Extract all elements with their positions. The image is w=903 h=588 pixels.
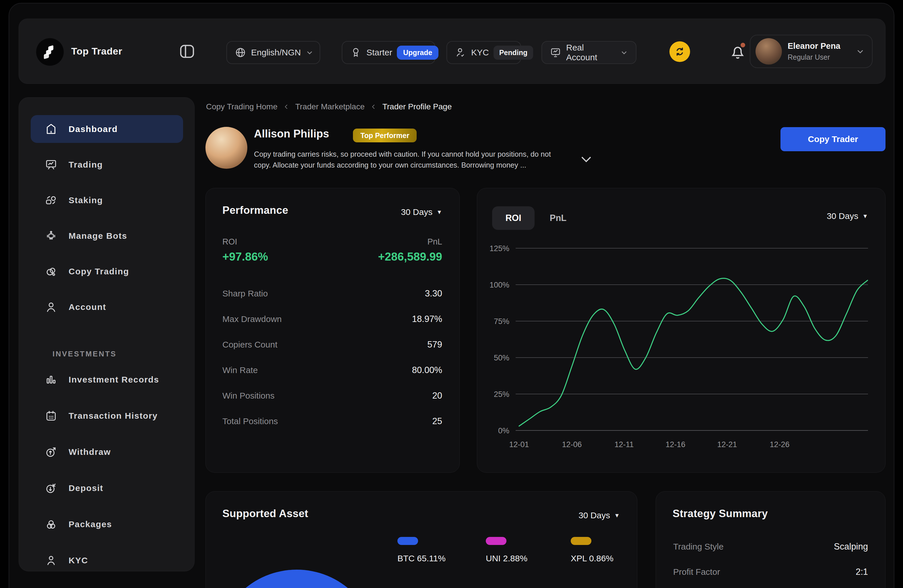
sidebar-item-label: Account (69, 302, 106, 312)
sidebar-item-label: Transaction History (69, 411, 157, 421)
supported-asset-card: Supported Asset 30 Days▼ BTC 65.11%UNI 2… (205, 491, 637, 588)
svg-text:100%: 100% (489, 281, 509, 289)
trader-disclaimer: Copy trading carries risks, so proceed w… (254, 149, 567, 170)
legend-item-uni: UNI 2.88% (486, 537, 527, 563)
breadcrumb-item[interactable]: Copy Trading Home (206, 102, 277, 112)
notifications-bell[interactable] (729, 42, 747, 61)
sidebar-item-packages[interactable]: Packages (31, 510, 183, 538)
kyc-pill[interactable]: KYC Pending (447, 41, 521, 64)
performance-period-dropdown[interactable]: 30 Days▼ (401, 207, 442, 217)
upgrade-button[interactable]: Upgrade (397, 46, 439, 60)
svg-text:12-06: 12-06 (562, 440, 582, 449)
user-menu[interactable]: Eleanor Pena Regular User (750, 35, 873, 68)
user-check-icon (455, 47, 467, 58)
stat-label: Profit Factor (673, 567, 720, 577)
breadcrumb: Copy Trading HomeTrader MarketplaceTrade… (206, 102, 452, 112)
svg-text:12-16: 12-16 (665, 440, 685, 449)
breadcrumb-item: Trader Profile Page (382, 102, 452, 112)
stat-label: Copiers Count (222, 340, 277, 349)
globe-icon (234, 47, 247, 58)
sidebar-item-kyc[interactable]: KYC (31, 546, 183, 571)
logo-icon (42, 44, 58, 60)
supported-asset-title: Supported Asset (222, 508, 308, 520)
breadcrumb-item[interactable]: Trader Marketplace (295, 102, 365, 112)
account-icon (44, 300, 58, 314)
stat-row: Win Rate80.00% (222, 357, 442, 383)
sidebar-item-dashboard[interactable]: Dashboard (31, 115, 183, 143)
stat-value: 3.30 (425, 288, 442, 299)
legend-label: UNI 2.88% (486, 553, 527, 563)
sidebar-item-label: Staking (69, 195, 103, 205)
notification-dot (740, 42, 746, 48)
legend-item-btc: BTC 65.11% (397, 537, 445, 563)
asset-period-dropdown[interactable]: 30 Days▼ (579, 511, 620, 520)
sidebar-item-label: Copy Trading (69, 267, 129, 276)
stat-value: 579 (427, 340, 442, 350)
stat-row: Win Positions20 (222, 383, 442, 408)
chevron-down-icon (620, 48, 628, 57)
user-name: Eleanor Pena (788, 41, 850, 51)
svg-text:75%: 75% (494, 317, 509, 326)
sidebar-item-withdraw[interactable]: Withdraw (31, 438, 183, 466)
stat-row: Total Positions25 (222, 408, 442, 434)
breadcrumb-separator-icon (283, 104, 289, 110)
caret-down-icon: ▼ (436, 209, 442, 215)
sidebar-item-staking[interactable]: Staking (31, 186, 183, 214)
chevron-down-icon (305, 48, 314, 57)
sidebar-item-transaction-history[interactable]: Transaction History (31, 402, 183, 429)
copy-trader-button[interactable]: Copy Trader (780, 127, 886, 151)
copy-trading-icon (44, 265, 58, 278)
roi-value: +97.86% (222, 250, 268, 263)
stat-value: 2:1 (856, 567, 868, 577)
deposit-icon (44, 481, 58, 495)
chevron-down-icon (855, 47, 865, 56)
sidebar-item-label: Trading (69, 160, 103, 170)
sidebar-item-label: Deposit (69, 483, 103, 493)
kyc-status-badge: Pending (494, 46, 533, 60)
sidebar-item-trading[interactable]: Trading (31, 151, 183, 179)
sidebar-item-account[interactable]: Account (31, 293, 183, 321)
sidebar-item-label: Dashboard (69, 124, 118, 134)
user-avatar (755, 38, 782, 64)
stat-value: 20 (433, 391, 442, 401)
kyc-icon (44, 554, 58, 567)
plan-label: Starter (367, 48, 392, 57)
sidebar-item-manage-bots[interactable]: Manage Bots (31, 222, 183, 250)
stat-label: Total Positions (222, 417, 278, 426)
sidebar-item-label: Manage Bots (69, 231, 127, 241)
staking-icon (44, 194, 58, 207)
stat-label: Max Drawdown (222, 314, 282, 324)
home-icon (44, 123, 58, 136)
stat-label: Win Rate (222, 365, 258, 375)
sidebar-item-deposit[interactable]: Deposit (31, 474, 183, 502)
legend-swatch (397, 537, 418, 545)
sidebar-item-label: KYC (69, 556, 88, 565)
sidebar-section-investments: INVESTMENTS (52, 349, 116, 358)
asset-pie-chart (216, 570, 377, 588)
legend-swatch (571, 537, 592, 545)
stat-value: Scalping (834, 541, 868, 552)
packages-icon (44, 518, 58, 531)
plan-pill[interactable]: Starter Upgrade (342, 41, 435, 64)
stat-label: Trading Style (673, 542, 724, 552)
language-selector[interactable]: English/NGN (227, 41, 320, 64)
sidebar-item-copy-trading[interactable]: Copy Trading (31, 258, 183, 285)
account-type-label: Real Account (566, 43, 615, 62)
convert-button[interactable] (669, 41, 690, 62)
stat-row: Profit Factor2:1 (673, 559, 868, 585)
trading-icon (44, 158, 58, 171)
sidebar-toggle-icon[interactable] (178, 42, 197, 61)
stat-row: Trading StyleScalping (673, 534, 868, 559)
trader-avatar (205, 127, 247, 169)
expand-disclaimer-icon[interactable] (579, 151, 594, 167)
svg-text:12-01: 12-01 (509, 440, 529, 449)
sidebar-item-label: Investment Records (69, 375, 159, 385)
breadcrumb-separator-icon (370, 104, 377, 110)
stat-label: Sharp Ratio (222, 289, 268, 299)
stat-row: Sharp Ratio3.30 (222, 281, 442, 306)
top-bar: Top Trader English/NGN Starter Upgrade (19, 19, 886, 84)
sidebar-item-label: Packages (69, 519, 112, 529)
account-type-selector[interactable]: Real Account (541, 41, 636, 64)
sidebar-item-investment-records[interactable]: Investment Records (31, 366, 183, 393)
monitor-chart-icon (549, 47, 562, 58)
